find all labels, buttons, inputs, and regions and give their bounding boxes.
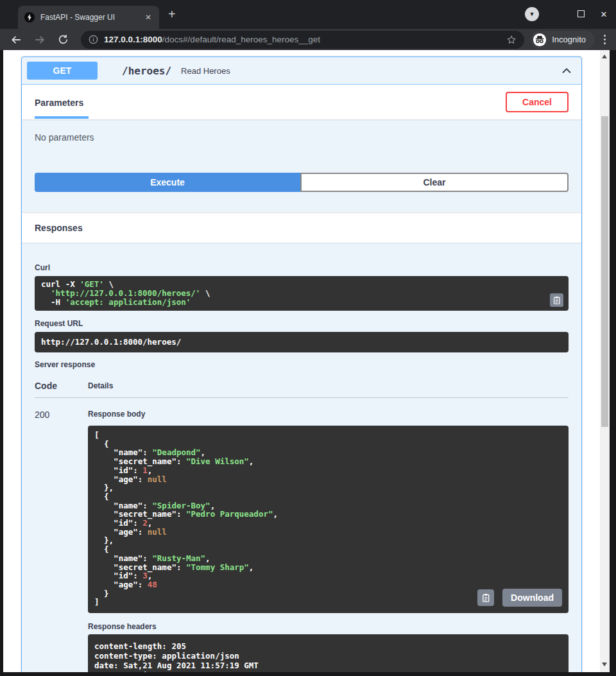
code-line: curl -X 'GET' \ — [41, 280, 543, 289]
browser-tab[interactable]: FastAPI - Swagger UI ✕ — [18, 6, 159, 29]
download-button[interactable]: Download — [502, 589, 562, 607]
code-token: ] — [94, 597, 99, 607]
close-window-button[interactable]: ✕ — [599, 10, 608, 19]
scrollbar-down-arrow-icon[interactable] — [602, 663, 607, 666]
request-url-value: http://127.0.0.1:8000/heroes/ — [35, 332, 569, 352]
code-line: { — [94, 545, 562, 554]
code-token: , — [249, 562, 254, 572]
new-tab-button[interactable]: + — [168, 8, 176, 21]
cancel-button[interactable]: Cancel — [506, 92, 569, 112]
no-parameters-text: No parameters — [22, 119, 581, 155]
browser-titlebar: FastAPI - Swagger UI ✕ + ▼ ✕ — [0, 0, 616, 29]
code-token: curl -X — [41, 279, 80, 289]
swagger-page: GET /heroes/ Read Heroes Parameters Canc… — [3, 50, 600, 672]
code-token: 'http://127.0.0.1:8000/heroes/' — [51, 288, 200, 298]
code-token: null — [148, 527, 167, 537]
live-responses-table-header: Code Details — [35, 381, 569, 391]
code-line: "secret_name": "Tommy Sharp", — [94, 563, 562, 572]
url-path: /docs#/default/read_heroes_heroes__get — [162, 35, 320, 44]
browser-menu-icon[interactable] — [601, 35, 608, 44]
opblock-summary[interactable]: GET /heroes/ Read Heroes — [22, 57, 581, 85]
code-line: -H 'accept: application/json' — [41, 298, 543, 307]
endpoint-summary: Read Heroes — [181, 66, 230, 76]
curl-code: curl -X 'GET' \ 'http://127.0.0.1:8000/h… — [35, 276, 569, 311]
code-line: }, — [94, 483, 562, 492]
tab-close-icon[interactable]: ✕ — [144, 13, 153, 22]
details-column-header: Details — [88, 381, 113, 391]
code-token: 48 — [148, 580, 157, 589]
response-headers-block: content-length: 205content-type: applica… — [88, 634, 569, 672]
maximize-button[interactable] — [576, 10, 585, 19]
url-text: 127.0.0.1:8000/docs#/default/read_heroes… — [104, 35, 501, 44]
tab-title: FastAPI - Swagger UI — [40, 13, 144, 22]
code-line: server: uvicorn — [94, 670, 562, 672]
status-code: 200 — [35, 410, 88, 672]
responses-inner: Curl curl -X 'GET' \ 'http://127.0.0.1:8… — [22, 243, 581, 672]
code-line: content-type: application/json — [94, 651, 562, 661]
tab-search-icon[interactable]: ▼ — [525, 7, 539, 21]
browser-toolbar: 127.0.0.1:8000/docs#/default/read_heroes… — [0, 29, 616, 50]
code-line: "secret_name": "Dive Wilson", — [94, 457, 562, 466]
code-token: "Tommy Sharp" — [186, 562, 249, 572]
code-line: 'http://127.0.0.1:8000/heroes/' \ — [41, 289, 543, 298]
bookmark-star-icon[interactable] — [506, 35, 517, 45]
code-line: "id": 2, — [94, 519, 562, 528]
code-token: null — [148, 474, 167, 484]
code-line: date: Sat,21 Aug 2021 11:57:19 GMT — [94, 661, 562, 670]
opblock-get-heroes: GET /heroes/ Read Heroes Parameters Canc… — [21, 56, 582, 672]
code-token — [41, 288, 51, 298]
code-line: "secret_name": "Pedro Parqueador", — [94, 510, 562, 519]
responses-section-title: Responses — [22, 212, 581, 243]
code-token: \ — [200, 288, 210, 298]
clear-button[interactable]: Clear — [300, 173, 569, 192]
page-scrollbar[interactable] — [600, 50, 610, 672]
collapse-chevron-icon[interactable] — [560, 64, 574, 78]
forward-button[interactable] — [34, 34, 46, 46]
incognito-label: Incognito — [552, 35, 586, 44]
code-token: "Pedro Parqueador" — [186, 509, 273, 519]
fastapi-favicon-icon — [24, 12, 35, 22]
response-row-200: 200 Response body [ { "name": "Deadpond"… — [35, 398, 569, 672]
code-token: , — [249, 456, 254, 466]
code-column-header: Code — [35, 381, 88, 391]
method-badge: GET — [27, 62, 98, 80]
endpoint-path: /heroes/ — [122, 65, 171, 77]
response-body-json: [ { "name": "Deadpond", "secret_name": "… — [88, 426, 569, 613]
execute-wrapper: Execute Clear — [35, 173, 569, 205]
code-token: 'GET' — [80, 279, 104, 289]
server-response-label: Server response — [35, 360, 569, 369]
incognito-icon — [533, 33, 547, 47]
code-line: }, — [94, 536, 562, 545]
code-line: "id": 3, — [94, 571, 562, 580]
code-line: "age": null — [94, 475, 562, 484]
response-body-label: Response body — [88, 410, 569, 419]
code-token: , — [273, 509, 278, 519]
code-line: "name": "Spider-Boy", — [94, 501, 562, 510]
back-button[interactable] — [10, 34, 22, 46]
request-url-label: Request URL — [35, 319, 569, 328]
code-token: content-length: 205 — [94, 641, 186, 651]
code-token: server: uvicorn — [94, 670, 167, 672]
code-line: "name": "Rusty-Man", — [94, 554, 562, 563]
scrollbar-thumb[interactable] — [601, 116, 608, 427]
address-bar[interactable]: 127.0.0.1:8000/docs#/default/read_heroes… — [81, 31, 524, 49]
tab-parameters: Parameters — [35, 87, 89, 119]
site-info-icon[interactable] — [89, 35, 98, 44]
scrollbar-up-arrow-icon[interactable] — [602, 55, 607, 58]
code-token: content-type: application/json — [94, 651, 239, 661]
curl-label: Curl — [35, 263, 569, 272]
code-line: { — [94, 440, 562, 449]
reload-button[interactable] — [58, 34, 69, 45]
copy-response-button[interactable] — [477, 589, 494, 606]
code-line: "id": 1, — [94, 466, 562, 475]
execute-button[interactable]: Execute — [35, 173, 300, 192]
response-headers-label: Response headers — [88, 622, 569, 631]
url-host: 127.0.0.1:8000 — [104, 35, 162, 44]
code-line: "name": "Deadpond", — [94, 448, 562, 457]
code-line: [ — [94, 431, 562, 440]
code-line: "age": null — [94, 528, 562, 537]
code-token: "Dive Wilson" — [186, 456, 249, 466]
incognito-badge: Incognito — [531, 31, 595, 49]
code-token: 'accept: application/json' — [65, 297, 191, 307]
copy-curl-button[interactable] — [550, 293, 563, 307]
